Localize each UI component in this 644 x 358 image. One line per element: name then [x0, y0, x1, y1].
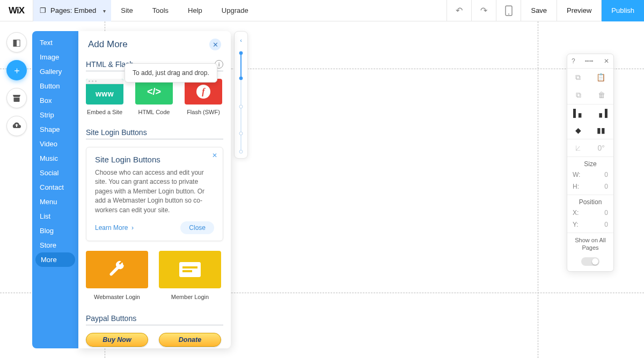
align-right-icon[interactable]: ▗▐: [596, 109, 608, 117]
undo-button[interactable]: ↶: [447, 0, 471, 21]
menu-site[interactable]: Site: [111, 0, 142, 21]
html-code-icon: </>: [135, 79, 173, 105]
chevron-left-icon[interactable]: ‹: [240, 37, 242, 43]
delete-icon[interactable]: 🗑: [598, 91, 605, 100]
inspector-close-icon[interactable]: ✕: [604, 57, 609, 65]
card-close-button[interactable]: Close: [180, 221, 214, 234]
drag-handle-icon[interactable]: ┅┅: [585, 57, 594, 65]
cat-social[interactable]: Social: [32, 166, 78, 180]
rail-pages-button[interactable]: ◧: [6, 32, 27, 53]
wrench-icon: [86, 251, 148, 288]
position-label: Position: [567, 195, 613, 207]
rotation-value: 0°: [597, 144, 604, 152]
wix-logo: WiX: [0, 0, 33, 21]
y-value[interactable]: 0: [604, 221, 608, 228]
cat-store[interactable]: Store: [32, 238, 78, 252]
pages-label: Pages: Embed: [50, 6, 96, 14]
cat-image[interactable]: Image: [32, 50, 78, 64]
publish-button[interactable]: Publish: [601, 0, 644, 21]
tile-member-login[interactable]: Member Login: [159, 251, 221, 300]
cat-contact[interactable]: Contact: [32, 180, 78, 195]
category-column: Text Image Gallery Button Box Strip Shap…: [32, 31, 78, 348]
show-on-all-pages-toggle[interactable]: [581, 257, 599, 266]
rail-add-button[interactable]: ＋: [6, 60, 27, 80]
cat-blog[interactable]: Blog: [32, 223, 78, 238]
h-label: H:: [573, 183, 579, 190]
align-left-icon[interactable]: ▌▖: [573, 109, 584, 117]
cat-video[interactable]: Video: [32, 137, 78, 151]
section-paypal: Paypal Buttons: [86, 311, 223, 325]
inspector-panel[interactable]: ? ┅┅ ✕ ⧉ 📋 ⧉ 🗑 ▌▖ ▗▐ ◆ ▮▮ ⟀ 0° Size W:0 …: [567, 54, 614, 272]
pages-dropdown[interactable]: ❐ Pages: Embed ▾: [33, 0, 111, 21]
y-label: Y:: [573, 221, 579, 228]
svg-rect-3: [182, 266, 197, 268]
top-right-actions: ↶ ↷ Save Preview Publish: [447, 0, 644, 21]
card-close-icon[interactable]: ✕: [212, 152, 217, 159]
tile-label: Flash (SWF): [185, 109, 222, 115]
flash-icon: f: [185, 79, 222, 105]
cat-gallery[interactable]: Gallery: [32, 64, 78, 79]
w-label: W:: [573, 171, 580, 178]
chevron-down-icon: ▾: [103, 8, 106, 13]
login-card-icon: [159, 251, 221, 288]
duplicate-icon[interactable]: ⧉: [576, 91, 581, 100]
copy-icon[interactable]: ⧉: [575, 73, 581, 82]
paypal-donate[interactable]: Donate: [159, 333, 221, 347]
show-on-all-pages-label: Show on All Pages: [567, 233, 613, 255]
w-value[interactable]: 0: [604, 171, 608, 178]
tile-flash-swf[interactable]: f Flash (SWF): [185, 79, 222, 115]
rail-upload-button[interactable]: [6, 116, 27, 136]
cat-shape[interactable]: Shape: [32, 122, 78, 137]
preview-button[interactable]: Preview: [557, 0, 601, 21]
device-preview-button[interactable]: [496, 0, 521, 21]
top-bar: WiX ❐ Pages: Embed ▾ Site Tools Help Upg…: [0, 0, 644, 21]
h-value[interactable]: 0: [604, 183, 608, 190]
align-center-h-icon[interactable]: ◆: [575, 126, 581, 135]
tile-html-code[interactable]: </> HTML Code: [135, 79, 173, 115]
svg-point-1: [508, 13, 509, 14]
panel-close-button[interactable]: ✕: [209, 39, 221, 50]
cat-text[interactable]: Text: [32, 35, 78, 50]
save-button[interactable]: Save: [521, 0, 557, 21]
menu-tools[interactable]: Tools: [143, 0, 178, 21]
tile-embed-site[interactable]: www Embed a Site: [86, 79, 123, 115]
x-label: X:: [573, 209, 579, 217]
drag-drop-tooltip: To add, just drag and drop.: [125, 63, 217, 83]
tile-label: Member Login: [159, 294, 221, 300]
panel-title: Add More: [88, 39, 128, 50]
section-minimap[interactable]: ‹: [234, 31, 248, 159]
rotate-icon[interactable]: ⟀: [576, 144, 580, 152]
redo-button[interactable]: ↷: [471, 0, 496, 21]
paypal-buy-now[interactable]: Buy Now: [86, 333, 148, 347]
cat-button[interactable]: Button: [32, 79, 78, 93]
card-heading: Site Login Buttons: [95, 155, 214, 164]
svg-rect-4: [182, 270, 192, 272]
learn-more-link[interactable]: Learn More ›: [95, 224, 134, 232]
section-site-login: Site Login Buttons: [86, 125, 223, 139]
cloud-upload-icon: [11, 122, 22, 130]
embed-site-icon: www: [86, 79, 123, 105]
menu-help[interactable]: Help: [178, 0, 212, 21]
svg-rect-2: [179, 262, 201, 277]
cat-strip[interactable]: Strip: [32, 108, 78, 122]
cat-box[interactable]: Box: [32, 93, 78, 108]
inspector-help-icon[interactable]: ?: [572, 57, 575, 65]
cat-menu[interactable]: Menu: [32, 195, 78, 209]
cat-music[interactable]: Music: [32, 151, 78, 166]
tile-label: Webmaster Login: [86, 294, 148, 300]
menu-upgrade[interactable]: Upgrade: [212, 0, 258, 21]
size-label: Size: [567, 157, 613, 169]
pages-icon: ❐: [40, 6, 46, 14]
card-body: Choose who can access and edit your site…: [95, 168, 214, 215]
paste-icon[interactable]: 📋: [596, 73, 605, 82]
tile-webmaster-login[interactable]: Webmaster Login: [86, 251, 148, 300]
x-value[interactable]: 0: [604, 209, 608, 217]
cat-more[interactable]: More: [35, 252, 75, 267]
cat-list[interactable]: List: [32, 209, 78, 223]
tile-label: Embed a Site: [86, 109, 123, 115]
rail-store-button[interactable]: [6, 88, 27, 108]
tile-label: HTML Code: [135, 109, 173, 115]
section-paypal-title: Paypal Buttons: [86, 314, 136, 323]
site-login-info-card: ✕ Site Login Buttons Choose who can acce…: [86, 147, 223, 241]
align-center-v-icon[interactable]: ▮▮: [597, 126, 605, 135]
